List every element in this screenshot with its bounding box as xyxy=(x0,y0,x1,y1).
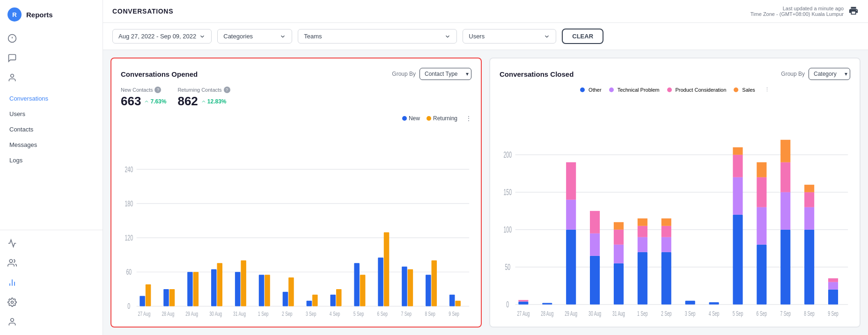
sidebar-title: Reports xyxy=(26,11,53,19)
svg-rect-26 xyxy=(187,272,193,306)
svg-rect-104 xyxy=(733,215,743,305)
more-options-icon[interactable]: ⋮ xyxy=(466,115,471,122)
last-updated: Last updated a minute ago Time Zone - (G… xyxy=(750,6,844,17)
svg-text:27 Aug: 27 Aug xyxy=(138,310,150,317)
users-filter[interactable]: Users xyxy=(463,29,556,44)
svg-rect-60 xyxy=(455,301,461,306)
svg-point-8 xyxy=(11,301,14,304)
svg-rect-110 xyxy=(757,207,766,245)
sidebar-item-messages[interactable]: Messages xyxy=(0,137,103,153)
topbar: CONVERSATIONS Last updated a minute ago … xyxy=(103,0,868,23)
teams-filter[interactable]: Teams xyxy=(298,29,457,44)
svg-rect-72 xyxy=(518,301,528,304)
sidebar-header: R Reports xyxy=(0,0,103,25)
svg-text:0: 0 xyxy=(127,302,130,311)
categories-filter[interactable]: Categories xyxy=(217,29,292,44)
date-range-filter[interactable]: Aug 27, 2022 - Sep 09, 2022 xyxy=(112,29,212,44)
svg-rect-38 xyxy=(283,292,288,306)
sidebar-item-logs[interactable]: Logs xyxy=(0,153,103,168)
legend-sales: Sales xyxy=(734,87,755,93)
svg-rect-83 xyxy=(590,211,600,233)
svg-rect-77 xyxy=(566,230,576,305)
sidebar-icon-chat[interactable] xyxy=(0,49,103,67)
conversations-closed-card: Conversations Closed Group By Category ▾… xyxy=(489,58,861,328)
sidebar-icon-contact[interactable] xyxy=(0,68,103,87)
svg-rect-97 xyxy=(662,226,671,237)
stats-row-opened: New Contacts ? 663 7.63% Returning Conta… xyxy=(121,87,471,109)
svg-rect-44 xyxy=(330,295,336,306)
svg-rect-96 xyxy=(662,237,671,252)
svg-rect-85 xyxy=(614,263,624,305)
svg-rect-54 xyxy=(408,269,413,306)
conversations-closed-title: Conversations Closed xyxy=(500,70,574,78)
conversations-closed-header: Conversations Closed Group By Category ▾ xyxy=(500,68,850,80)
svg-rect-120 xyxy=(804,207,814,230)
svg-rect-75 xyxy=(542,303,552,305)
sidebar-item-contacts[interactable]: Contacts xyxy=(0,122,103,137)
svg-text:8 Sep: 8 Sep xyxy=(804,309,815,317)
svg-text:5 Sep: 5 Sep xyxy=(733,309,743,317)
legend-returning: Returning xyxy=(427,115,457,122)
svg-text:28 Aug: 28 Aug xyxy=(162,310,174,317)
returning-contacts-label: Returning Contacts ? xyxy=(177,87,230,93)
svg-rect-45 xyxy=(336,289,342,306)
svg-rect-93 xyxy=(638,218,647,226)
sidebar-icon-team[interactable] xyxy=(7,255,95,270)
svg-text:5 Sep: 5 Sep xyxy=(353,310,364,317)
svg-rect-88 xyxy=(614,222,624,230)
returning-contacts-stat: Returning Contacts ? 862 12.83% xyxy=(177,87,230,109)
svg-text:50: 50 xyxy=(505,262,510,271)
svg-text:29 Aug: 29 Aug xyxy=(185,310,198,317)
topbar-right: Last updated a minute ago Time Zone - (G… xyxy=(750,6,859,17)
legend-new: New xyxy=(402,115,420,122)
sidebar-icon-signal[interactable] xyxy=(7,236,95,251)
svg-rect-41 xyxy=(307,301,312,306)
svg-rect-92 xyxy=(638,226,647,237)
svg-point-3 xyxy=(11,74,14,78)
sidebar-icon-user-profile[interactable] xyxy=(7,314,95,329)
svg-rect-122 xyxy=(804,185,814,192)
svg-text:2 Sep: 2 Sep xyxy=(282,310,293,317)
closed-legend: Other Technical Problem Product Consider… xyxy=(500,87,850,93)
more-options-closed-icon[interactable]: ⋮ xyxy=(765,87,770,93)
svg-rect-102 xyxy=(709,302,719,305)
svg-text:7 Sep: 7 Sep xyxy=(780,309,791,317)
legend-product: Product Consideration xyxy=(667,87,727,93)
svg-text:6 Sep: 6 Sep xyxy=(757,309,767,317)
sidebar-icon-reports-active[interactable] xyxy=(7,275,95,290)
svg-text:31 Aug: 31 Aug xyxy=(612,309,625,317)
svg-rect-112 xyxy=(757,162,766,177)
svg-text:120: 120 xyxy=(125,234,133,242)
svg-rect-125 xyxy=(828,282,838,290)
print-icon[interactable] xyxy=(848,6,859,17)
svg-rect-39 xyxy=(288,277,294,306)
main-content: CONVERSATIONS Last updated a minute ago … xyxy=(103,0,868,335)
svg-text:3 Sep: 3 Sep xyxy=(685,309,696,317)
sidebar-item-users[interactable]: Users xyxy=(0,106,103,122)
group-by-opened-select[interactable]: Contact Type xyxy=(419,68,471,80)
svg-rect-114 xyxy=(780,230,790,305)
clear-button[interactable]: CLEAR xyxy=(562,29,603,44)
svg-text:1 Sep: 1 Sep xyxy=(637,309,648,317)
svg-rect-20 xyxy=(140,296,145,306)
svg-rect-90 xyxy=(638,252,647,305)
group-by-closed-select-wrap: Category ▾ xyxy=(809,68,850,80)
svg-rect-116 xyxy=(780,162,790,192)
group-by-opened: Group By Contact Type ▾ xyxy=(392,68,471,80)
svg-text:8 Sep: 8 Sep xyxy=(425,310,435,317)
sidebar-icon-home[interactable] xyxy=(0,29,103,48)
svg-text:31 Aug: 31 Aug xyxy=(233,310,246,317)
svg-text:2 Sep: 2 Sep xyxy=(661,309,672,317)
svg-text:9 Sep: 9 Sep xyxy=(449,310,459,317)
svg-rect-98 xyxy=(662,218,671,226)
sidebar-item-conversations[interactable]: Conversations xyxy=(0,91,103,106)
svg-rect-111 xyxy=(757,177,766,207)
new-contacts-info-icon[interactable]: ? xyxy=(154,87,161,93)
legend-other: Other xyxy=(580,87,602,93)
sidebar-icon-settings[interactable] xyxy=(7,295,95,310)
svg-rect-117 xyxy=(780,140,790,162)
svg-rect-35 xyxy=(259,275,265,306)
returning-contacts-info-icon[interactable]: ? xyxy=(224,87,230,93)
new-contacts-change: 7.63% xyxy=(144,98,166,105)
group-by-closed-select[interactable]: Category xyxy=(809,68,850,80)
